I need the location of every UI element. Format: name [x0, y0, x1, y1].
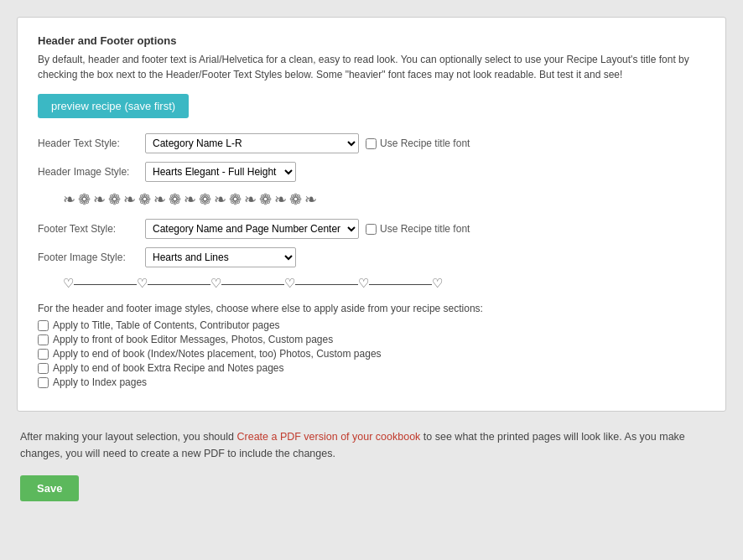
footer-image-style-select[interactable]: Hearts and Lines Hearts Elegant - Full H…	[145, 247, 296, 267]
use-recipe-font-footer-text: Use Recipe title font	[380, 223, 470, 235]
apply-option-2: Apply to front of book Editor Messages, …	[38, 334, 705, 345]
section-description: By default, header and footer text is Ar…	[38, 52, 705, 82]
create-pdf-link[interactable]: Create a PDF version of your cookbook	[236, 431, 420, 443]
header-image-style-select[interactable]: Hearts Elegant - Full Height Hearts and …	[145, 162, 296, 182]
apply-option-4: Apply to end of book Extra Recipe and No…	[38, 362, 705, 374]
apply-option-1: Apply to Title, Table of Contents, Contr…	[38, 319, 705, 331]
apply-description: For the header and footer image styles, …	[38, 303, 705, 314]
apply-title-label: Apply to Title, Table of Contents, Contr…	[53, 319, 280, 331]
apply-option-5: Apply to Index pages	[38, 376, 705, 388]
apply-end-book-label: Apply to end of book (Index/Notes placem…	[53, 348, 382, 360]
use-recipe-font-header-checkbox[interactable]	[366, 138, 377, 149]
preview-button[interactable]: preview recipe (save first)	[38, 94, 189, 118]
use-recipe-font-header-label[interactable]: Use Recipe title font	[366, 137, 470, 149]
header-image-style-label: Header Image Style:	[38, 166, 138, 178]
footer-image-style-label: Footer Image Style:	[38, 251, 138, 263]
apply-section: For the header and footer image styles, …	[38, 303, 705, 388]
apply-front-checkbox[interactable]	[38, 334, 49, 345]
header-text-style-row: Header Text Style: Category Name L-R Cat…	[38, 133, 705, 153]
header-image-preview: ❧❁❧❁❧❁❧❁❧❁❧❁❧❁❧❁❧	[38, 190, 705, 209]
bottom-section: After making your layout selection, you …	[17, 428, 726, 501]
header-image-style-row: Header Image Style: Hearts Elegant - Ful…	[38, 162, 705, 182]
footer-image-preview: ♡—————♡—————♡—————♡—————♡—————♡	[38, 276, 705, 291]
apply-index-label: Apply to Index pages	[53, 376, 147, 388]
apply-index-checkbox[interactable]	[38, 377, 49, 388]
footer-image-style-row: Footer Image Style: Hearts and Lines Hea…	[38, 247, 705, 267]
footer-text-style-row: Footer Text Style: Category Name L-R Cat…	[38, 219, 705, 239]
use-recipe-font-header-text: Use Recipe title font	[380, 137, 470, 149]
header-text-style-label: Header Text Style:	[38, 137, 138, 149]
footer-text-style-label: Footer Text Style:	[38, 223, 138, 235]
apply-extra-recipe-label: Apply to end of book Extra Recipe and No…	[53, 362, 284, 374]
apply-extra-recipe-checkbox[interactable]	[38, 363, 49, 374]
apply-end-book-checkbox[interactable]	[38, 349, 49, 360]
header-text-style-select[interactable]: Category Name L-R Category Name Center C…	[145, 133, 359, 153]
apply-option-3: Apply to end of book (Index/Notes placem…	[38, 348, 705, 360]
bottom-text: After making your layout selection, you …	[20, 428, 723, 462]
footer-text-style-select[interactable]: Category Name L-R Category Name and Page…	[145, 219, 359, 239]
apply-title-checkbox[interactable]	[38, 320, 49, 331]
use-recipe-font-footer-label[interactable]: Use Recipe title font	[366, 223, 470, 235]
apply-front-label: Apply to front of book Editor Messages, …	[53, 334, 333, 345]
section-title: Header and Footer options	[38, 34, 705, 47]
save-button[interactable]: Save	[20, 475, 79, 501]
use-recipe-font-footer-checkbox[interactable]	[366, 224, 377, 235]
bottom-text-before: After making your layout selection, you …	[20, 431, 234, 443]
